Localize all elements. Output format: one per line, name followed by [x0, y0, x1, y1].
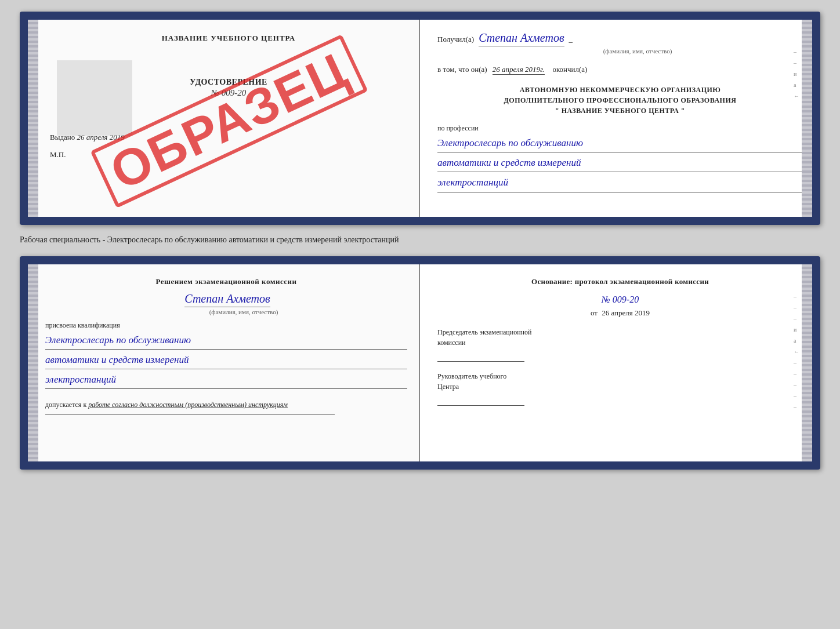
- org-line3: " НАЗВАНИЕ УЧЕБНОГО ЦЕНТРА ": [437, 106, 803, 116]
- predsedatel-signature: [437, 352, 524, 362]
- fio-label-bottom: (фамилия, имя, отчество): [80, 308, 407, 315]
- org-line2: ДОПОЛНИТЕЛЬНОГО ПРОФЕССИОНАЛЬНОГО ОБРАЗО…: [437, 95, 803, 106]
- bottom-right-page: Основание: протокол экзаменационной коми…: [420, 264, 812, 461]
- bmark-dash8: –: [794, 403, 799, 410]
- mark-i: и: [794, 71, 799, 77]
- bmark-dash3: –: [794, 315, 799, 322]
- dopuskaetsya-prefix: допускается к: [45, 401, 86, 409]
- mark-dash2: –: [794, 60, 799, 66]
- okonchil-date: 26 апреля 2019г.: [493, 65, 545, 75]
- ot-line: от 26 апреля 2019: [437, 308, 803, 318]
- bottom-left-page: Решением экзаменационной комиссии Степан…: [28, 264, 420, 461]
- recipient-name-bottom: Степан Ахметов: [184, 292, 270, 307]
- recipient-name-top: Степан Ахметов: [479, 31, 564, 46]
- bmark-dash1: –: [794, 293, 799, 300]
- bottom-document-pair: Решением экзаменационной комиссии Степан…: [20, 256, 820, 470]
- bmark-i: и: [794, 326, 799, 333]
- bmark-dash7: –: [794, 392, 799, 399]
- margin-marks-bottom-right: – – – и а ← – – – – –: [794, 293, 799, 410]
- top-document-pair: НАЗВАНИЕ УЧЕБНОГО ЦЕНТРА ОБРАЗЕЦ УДОСТОВ…: [20, 12, 820, 225]
- profession-line1-bottom: Электрослесарь по обслуживанию: [45, 332, 407, 350]
- org-block: АВТОНОМНУЮ НЕКОММЕРЧЕСКУЮ ОРГАНИЗАЦИЮ ДО…: [437, 85, 803, 116]
- rukovoditel-line1: Руководитель учебного: [437, 371, 803, 381]
- mark-a: а: [794, 82, 799, 88]
- rukovoditel-signature: [437, 397, 524, 406]
- v-tom-line: в том, что он(а) 26 апреля 2019г. окончи…: [437, 65, 803, 74]
- margin-marks-top-right: – – и а ←: [794, 49, 799, 99]
- predsedatel-line1: Председатель экзаменационной: [437, 327, 803, 337]
- profession-line3-bottom: электростанций: [45, 372, 407, 389]
- top-left-page: НАЗВАНИЕ УЧЕБНОГО ЦЕНТРА ОБРАЗЕЦ УДОСТОВ…: [28, 20, 420, 217]
- ot-prefix: от: [591, 308, 598, 317]
- top-left-title: НАЗВАНИЕ УЧЕБНОГО ЦЕНТРА: [50, 34, 407, 43]
- poluchil-line: Получил(а) Степан Ахметов _: [437, 31, 803, 46]
- top-right-inner: Получил(а) Степан Ахметов _ (фамилия, им…: [434, 31, 803, 192]
- rukovoditel-block: Руководитель учебного Центра: [437, 371, 803, 406]
- okончил-label: окончил(а): [552, 65, 587, 74]
- bmark-dash6: –: [794, 381, 799, 388]
- predsedatel-line2: комиссии: [437, 337, 803, 348]
- dopuskaetsya-line: допускается к работе согласно должностны…: [45, 401, 407, 409]
- osnovanie-block: Основание: протокол экзаменационной коми…: [437, 276, 803, 288]
- profession-line1-top: Электрослесарь по обслуживанию: [437, 135, 803, 152]
- mark-bracket: ←: [794, 93, 799, 99]
- dopuskaetsya-text: работе согласно должностным (производств…: [88, 401, 288, 409]
- v-tom-prefix: в том, что он(а): [437, 65, 487, 74]
- profession-line3-top: электростанций: [437, 174, 803, 192]
- prisvoena-label: присвоена квалификация: [45, 321, 407, 330]
- bottom-right-inner: Основание: протокол экзаменационной коми…: [434, 276, 803, 406]
- mp-line: М.П.: [50, 150, 407, 159]
- specialty-label: Рабочая специальность - Электрослесарь п…: [20, 235, 399, 244]
- number-value: № 009-20: [602, 294, 639, 304]
- profession-line2-bottom: автоматики и средств измерений: [45, 352, 407, 369]
- org-line1: АВТОНОМНУЮ НЕКОММЕРЧЕСКУЮ ОРГАНИЗАЦИЮ: [437, 85, 803, 95]
- bmark-dash5: –: [794, 370, 799, 377]
- bmark-dash2: –: [794, 304, 799, 311]
- top-right-page: Получил(а) Степан Ахметов _ (фамилия, им…: [420, 20, 812, 217]
- protocol-number: № 009-20: [437, 294, 803, 305]
- po-professii-label: по профессии: [437, 124, 479, 132]
- bmark-dash4: –: [794, 359, 799, 366]
- predsedatel-block: Председатель экзаменационной комиссии: [437, 327, 803, 362]
- bmark-a: а: [794, 337, 799, 344]
- bottom-name-block: Степан Ахметов: [45, 292, 407, 307]
- protocol-date: 26 апреля 2019: [602, 308, 650, 317]
- stamp-placeholder: [57, 60, 132, 136]
- resheniem-text: Решением экзаменационной комиссии: [45, 276, 407, 288]
- bmark-bracket: ←: [794, 348, 799, 355]
- rukovoditel-line2: Центра: [437, 381, 803, 392]
- dash-after-name: _: [569, 35, 573, 43]
- fio-label-top: (фамилия, имя, отчество): [472, 48, 803, 54]
- po-professii: по профессии Электрослесарь по обслужива…: [437, 124, 803, 192]
- poluchil-label: Получил(а): [437, 35, 474, 43]
- profession-line2-top: автоматики и средств измерений: [437, 155, 803, 172]
- mark-dash1: –: [794, 49, 799, 55]
- specialty-text: Рабочая специальность - Электрослесарь п…: [20, 235, 820, 245]
- bottom-signature-line-left: [45, 414, 335, 415]
